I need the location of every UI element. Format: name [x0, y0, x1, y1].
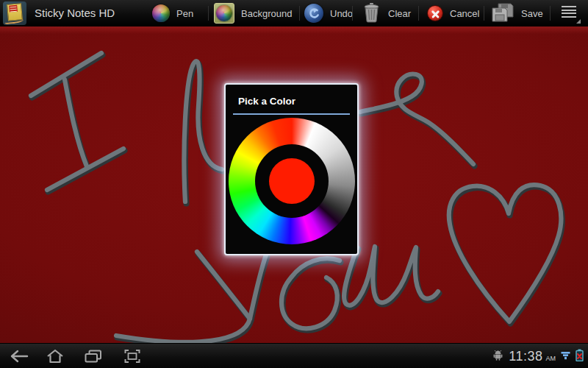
screenshot-button[interactable]	[122, 344, 143, 368]
dialog-title-divider	[233, 113, 350, 115]
action-bar: Sticky Notes HD Pen Background Undo	[0, 0, 588, 26]
clear-button-label: Clear	[388, 8, 411, 19]
system-bar: 11:38 AM	[0, 343, 588, 368]
status-cluster[interactable]: 11:38 AM	[492, 344, 584, 368]
dialog-title: Pick a Color	[238, 96, 357, 107]
background-color-wheel-icon	[216, 5, 232, 21]
color-wheel[interactable]	[229, 118, 355, 244]
sticky-notes-app: Sticky Notes HD Pen Background Undo	[0, 0, 588, 368]
toolbar-separator	[299, 6, 300, 21]
background-button-label: Background	[241, 8, 292, 19]
recent-apps-button[interactable]	[83, 344, 104, 368]
cancel-button[interactable]: Cancel	[427, 0, 479, 26]
battery-unknown-icon	[576, 349, 584, 364]
undo-button-label: Undo	[330, 8, 353, 19]
trash-icon	[362, 2, 381, 25]
menu-corner-triangle	[576, 19, 581, 24]
toolbar-separator	[484, 6, 484, 21]
overflow-menu-button[interactable]	[560, 6, 578, 21]
toolbar-separator	[418, 6, 419, 21]
signal-icon	[561, 350, 570, 363]
pen-button-label: Pen	[176, 8, 193, 19]
pen-color-wheel-icon	[152, 4, 170, 22]
feather-glyph	[4, 18, 24, 25]
cancel-button-label: Cancel	[450, 8, 479, 19]
save-button-label: Save	[521, 8, 543, 19]
background-button[interactable]: Background	[214, 0, 292, 26]
clock-meridiem: AM	[546, 351, 556, 362]
android-status-icon	[492, 349, 503, 364]
background-button-highlight	[214, 3, 234, 24]
selected-color-swatch[interactable]	[269, 158, 315, 204]
save-button[interactable]: Save	[491, 0, 543, 26]
home-button[interactable]	[45, 344, 65, 368]
save-floppy-icon	[491, 2, 514, 25]
app-title: Sticky Notes HD	[35, 0, 115, 26]
undo-button[interactable]: Undo	[304, 0, 353, 26]
toolbar-separator	[550, 6, 551, 21]
toolbar-separator	[208, 6, 209, 21]
cancel-x-icon	[427, 5, 443, 21]
app-icon	[3, 1, 26, 25]
undo-icon	[304, 4, 323, 23]
toolbar-separator	[352, 6, 353, 21]
clock: 11:38	[509, 349, 542, 364]
back-button[interactable]	[9, 344, 29, 368]
note-label	[9, 5, 18, 13]
clear-button[interactable]: Clear	[362, 0, 411, 26]
color-picker-dialog: Pick a Color	[224, 83, 359, 255]
note-canvas[interactable]: Pick a Color	[0, 26, 588, 343]
pen-button[interactable]: Pen	[152, 0, 193, 26]
